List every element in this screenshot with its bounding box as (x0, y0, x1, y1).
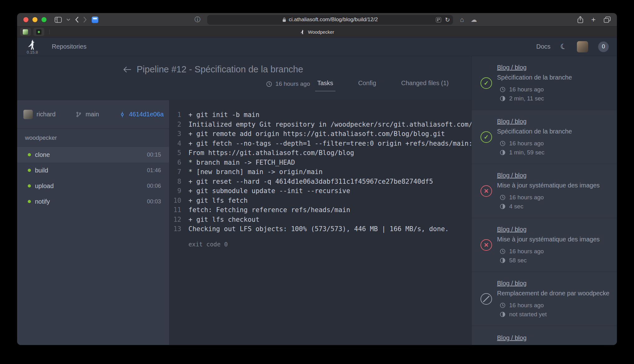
tab-overview-button[interactable] (604, 15, 611, 24)
profile-app-button[interactable] (92, 15, 98, 24)
pipeline-list-item[interactable]: Blog / blog Mise à jour systématique des… (472, 218, 617, 272)
pipeline-tab[interactable]: Changed files (1) (399, 80, 451, 91)
back-button[interactable] (123, 66, 131, 73)
url-text: ci.athaliasoft.com/Blog/blog/build/12/2 (289, 17, 378, 23)
repo-link[interactable]: Blog / blog (497, 118, 527, 125)
log-line-number: 4 (169, 139, 181, 148)
user-avatar[interactable] (577, 41, 588, 52)
pipeline-content: richard main 4614d1e06a (17, 100, 471, 345)
clock-icon (500, 86, 506, 93)
app-navbar: 0.15.8 Repositories Docs ☾ 0 (17, 37, 617, 56)
theme-toggle-button[interactable]: ☾ (559, 42, 568, 51)
log-line-text: * [new branch] main -> origin/main (188, 167, 323, 177)
author-item: richard (23, 110, 56, 119)
pipeline-item-texts: Blog / blog Mise à jour systématique des… (497, 226, 609, 264)
log-line-number: 1 (169, 110, 181, 120)
cloud-tabs-button[interactable]: ☁ (471, 16, 477, 23)
repo-link[interactable]: Blog / blog (497, 64, 527, 71)
pinned-tab-1[interactable] (20, 28, 31, 36)
workflow-label: woodpecker (17, 129, 169, 147)
pipeline-tab[interactable]: Tasks (315, 80, 335, 91)
branch-icon (76, 111, 82, 118)
task-name: upload (35, 182, 54, 190)
log-line-text: + git lfs fetch (188, 196, 248, 206)
sidebar-icon (55, 17, 62, 23)
commit-meta-row: richard main 4614d1e06a (17, 100, 169, 129)
pipeline-item-texts: Blog / blog Spécification de la branche … (497, 118, 609, 156)
minimize-window-button[interactable] (32, 17, 37, 22)
pipeline-list-item[interactable]: Blog / blog Remplacement de drone par wo… (472, 272, 617, 326)
content-blocker-icon[interactable] (436, 17, 441, 22)
forward-button[interactable] (83, 15, 87, 24)
pipeline-list-item[interactable]: Blog / blog Remplacement de drone par wo… (472, 326, 617, 345)
pinned-tab-1-favicon (23, 29, 28, 35)
moon-icon: ☾ (559, 42, 568, 51)
log-line-text: Checking out LFS objects: 100% (573/573)… (188, 224, 449, 234)
repo-link[interactable]: Blog / blog (497, 172, 527, 179)
repo-link[interactable]: Blog / blog (497, 280, 527, 287)
commit-message: Remplacement de drone par woodpecker (497, 290, 609, 297)
nav-docs-link[interactable]: Docs (536, 43, 551, 50)
active-tab[interactable]: Woodpecker (300, 27, 334, 37)
share-button[interactable] (578, 15, 583, 24)
log-line-number: 13 (169, 224, 181, 234)
log-line-number: 11 (169, 205, 181, 215)
pinned-tab-2[interactable] (33, 28, 44, 36)
pipeline-tab[interactable]: Config (356, 80, 378, 91)
log-line-number: 3 (169, 129, 181, 139)
task-row[interactable]: upload 00:06 (17, 178, 169, 194)
home-button[interactable]: ⌂ (460, 16, 464, 23)
pipeline-list-item[interactable]: Blog / blog Spécification de la branche … (472, 56, 617, 110)
commit-message: Spécification de la branche (497, 74, 609, 81)
cloud-icon: ☁ (471, 16, 477, 23)
lock-icon (282, 17, 286, 22)
nav-repositories-link[interactable]: Repositories (52, 43, 86, 50)
log-line-number: 10 (169, 196, 181, 206)
repo-link[interactable]: Blog / blog (497, 334, 527, 342)
desktop: ⓘ ci.athaliasoft.com/Blog/blog/build/12/… (0, 0, 634, 364)
clock-icon (266, 81, 272, 87)
log-line-text: + git init -b main (188, 110, 260, 120)
author-name: richard (37, 111, 56, 118)
log-line: 1 + git init -b main (169, 110, 471, 120)
pipeline-list-item[interactable]: Blog / blog Mise à jour systématique des… (472, 164, 617, 218)
time-meta: 16 hours ago (500, 86, 609, 93)
task-row[interactable]: build 01:46 (17, 163, 169, 178)
back-button[interactable] (75, 15, 79, 24)
app-logo[interactable]: 0.15.8 (27, 39, 38, 55)
time-ago-label: 16 hours ago (276, 80, 310, 87)
task-row[interactable]: clone 00:15 (17, 147, 169, 163)
commit-link[interactable]: 4614d1e06a (129, 111, 164, 118)
log-line-text: fetch: Fetching reference refs/heads/mai… (188, 205, 350, 215)
pipeline-header: Pipeline #12 - Spécification de la branc… (17, 56, 471, 100)
zoom-window-button[interactable] (41, 17, 46, 22)
repo-link[interactable]: Blog / blog (497, 226, 527, 233)
forward-chevron-icon (83, 17, 87, 23)
log-line-number: 2 (169, 120, 181, 129)
log-line-text: + git lfs checkout (188, 215, 260, 225)
new-tab-button[interactable]: + (591, 15, 596, 24)
log-line: 5 From https://git.athaliasoft.com/Blog/… (169, 148, 471, 158)
tab-separator (49, 29, 50, 34)
branch-item: main (76, 111, 99, 118)
sidebar-toggle-button[interactable] (55, 15, 62, 24)
task-list: clone 00:15 build 01:46 (17, 147, 169, 209)
page-info-button[interactable]: ⓘ (194, 16, 200, 24)
address-bar[interactable]: ci.athaliasoft.com/Blog/blog/build/12/2 … (207, 15, 453, 25)
status-icon (480, 239, 492, 251)
pipeline-list-item[interactable]: Blog / blog Spécification de la branche … (472, 110, 617, 164)
queue-count-badge[interactable]: 0 (598, 41, 609, 52)
task-name: notify (35, 198, 50, 205)
navbar-right-group: Docs ☾ 0 (536, 41, 609, 52)
sidebar-chevron-button[interactable] (66, 15, 70, 24)
task-row[interactable]: notify 00:03 (17, 194, 169, 209)
chevron-down-icon (66, 18, 70, 21)
task-name: clone (35, 151, 50, 158)
plus-icon: + (591, 15, 596, 24)
close-window-button[interactable] (23, 17, 28, 22)
log-line: 7 * [new branch] main -> origin/main (169, 167, 471, 177)
time-ago-label: 16 hours ago (509, 140, 544, 147)
reload-button[interactable]: ↻ (445, 16, 450, 23)
task-duration: 00:06 (147, 183, 161, 189)
duration-label: 4 sec (509, 203, 523, 210)
